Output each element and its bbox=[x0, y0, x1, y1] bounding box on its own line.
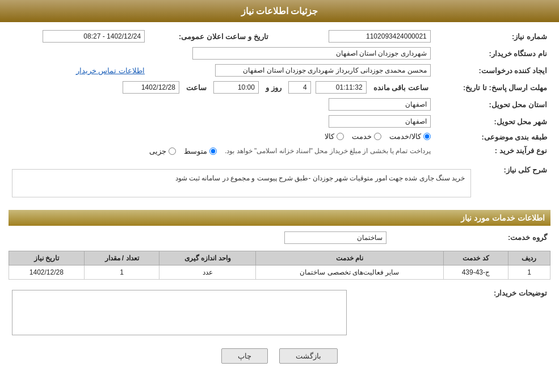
noefarayand-note: پرداخت تمام یا بخشی از مبلغ خریداز محل "… bbox=[225, 147, 431, 155]
radio-motavaset[interactable]: متوسط bbox=[184, 147, 217, 155]
khadamat-label: خدمت bbox=[352, 132, 372, 141]
sharhKoli-value: خرید سنگ جاری شده جهت امور متوقیات شهر ج… bbox=[12, 169, 471, 197]
radio-motavaset-input[interactable] bbox=[209, 147, 217, 155]
radio-khadamat-input[interactable] bbox=[374, 133, 381, 140]
shomareNiaz-value: 1102093424000021 bbox=[329, 30, 431, 43]
jazii-label: جزیی bbox=[149, 147, 166, 155]
kala-label: کالا bbox=[325, 132, 334, 141]
motavaset-label: متوسط bbox=[184, 147, 207, 155]
page-title: جزئیات اطلاعات نیاز bbox=[241, 6, 318, 16]
radio-kala-input[interactable] bbox=[337, 133, 344, 140]
print-button[interactable]: چاپ bbox=[221, 348, 268, 364]
namDastgah-value: شهرداری جوزدان استان اصفهان bbox=[192, 47, 431, 60]
ijadKonande-value: محسن محمدی جوزدانی کاربرداز شهرداری جوزد… bbox=[215, 64, 431, 77]
rooz-value: 4 bbox=[288, 81, 311, 94]
noefarayand-label: نوع فرآیند خرید : bbox=[434, 144, 550, 158]
radio-jazii-input[interactable] bbox=[169, 147, 176, 155]
radio-khadamat[interactable]: خدمت bbox=[352, 132, 381, 141]
col-radif: ردیف bbox=[508, 251, 550, 265]
ostanTahvil-value: اصفهان bbox=[329, 98, 431, 111]
rooz-label: روز و bbox=[263, 83, 284, 92]
tarikh-value: 1402/12/28 bbox=[123, 81, 179, 94]
saatBaghi-label: ساعت باقی مانده bbox=[371, 83, 431, 92]
tabaqebandi-label: طبقه بندی موضوعی: bbox=[434, 130, 550, 144]
radio-kalaKhadamat-input[interactable] bbox=[423, 133, 431, 140]
back-button[interactable]: بازگشت bbox=[279, 348, 338, 364]
radio-jazii[interactable]: جزیی bbox=[149, 147, 176, 155]
tarikh-elan-value: 1402/12/24 - 08:27 bbox=[43, 30, 145, 43]
radio-kalaKhadamat[interactable]: کالا/خدمت bbox=[389, 132, 431, 141]
namDastgah-label: نام دستگاه خریدار: bbox=[434, 45, 550, 62]
buttons-row: بازگشت چاپ bbox=[9, 348, 550, 364]
table-row: 1ج-43-439سایر فعالیت‌های تخصصی ساختمانعد… bbox=[9, 265, 550, 279]
col-tarikhNiaz: تاریخ نیاز bbox=[9, 251, 85, 265]
shomareNiaz-label: شماره نیاز: bbox=[434, 28, 550, 45]
ijadKonande-label: ایجاد کننده درخواست: bbox=[434, 62, 550, 79]
tosifat-textarea[interactable] bbox=[12, 290, 347, 335]
col-tedadMeqdar: تعداد / مقدار bbox=[84, 251, 159, 265]
saat-value: 10:00 bbox=[213, 81, 259, 94]
tarikh-elan-label: تاریخ و ساعت اعلان عمومی: bbox=[148, 28, 272, 45]
saat-label: ساعت bbox=[184, 83, 209, 92]
services-table: ردیف کد خدمت نام خدمت واحد اندازه گیری ت… bbox=[9, 251, 550, 280]
col-namKhadamat: نام خدمت bbox=[256, 251, 444, 265]
shahrTahvil-label: شهر محل تحویل: bbox=[434, 113, 550, 130]
radio-kala[interactable]: کالا bbox=[325, 132, 344, 141]
saatBaghi-value: 01:11:32 bbox=[316, 81, 367, 94]
sharhKoli-label: شرح کلی نیاز: bbox=[474, 162, 550, 204]
col-vahedAndaze: واحد اندازه گیری bbox=[159, 251, 256, 265]
tosifat-label: توضیحات خریدار: bbox=[350, 285, 550, 339]
mohlatErsal-label: مهلت ارسال پاسخ: تا تاریخ: bbox=[434, 79, 550, 96]
page-header: جزئیات اطلاعات نیاز bbox=[0, 0, 559, 22]
ijadKonande-link[interactable]: اطلاعات تماس خریدار bbox=[76, 66, 145, 75]
grohKhadamat-value: ساختمان bbox=[284, 231, 386, 244]
kalaKhadamat-label: کالا/خدمت bbox=[389, 132, 421, 141]
col-kodKhadamat: کد خدمت bbox=[443, 251, 508, 265]
grohKhadamat-label: گروه خدمت: bbox=[390, 229, 550, 246]
ostanTahvil-label: استان محل تحویل: bbox=[434, 96, 550, 113]
khadamat-section-header: اطلاعات خدمات مورد نیاز bbox=[9, 210, 550, 226]
shahrTahvil-value: اصفهان bbox=[329, 115, 431, 128]
